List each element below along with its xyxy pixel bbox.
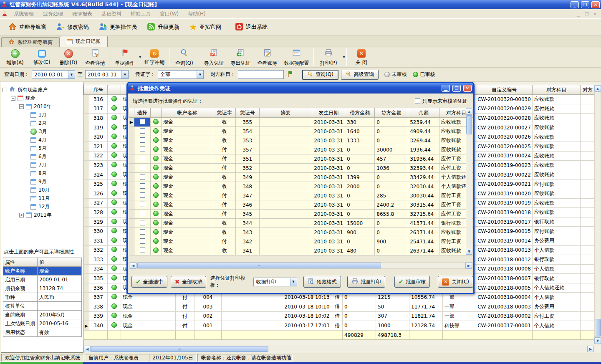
property-row[interactable]: 上次结账日期2010-05-16 [3,319,82,328]
column-header[interactable]: 贷方金额 [375,108,408,118]
table-row[interactable]: 339现金付0022010-03-18 10:02借030711821.74一部… [84,311,595,321]
dialog-maximize-button[interactable]: ❐ [452,85,461,92]
switch-operator-button[interactable]: 更换操作员 [94,20,142,34]
close-tab-button[interactable]: ✕关 闭 [348,48,375,67]
column-header[interactable]: 余额 [408,108,439,118]
property-row[interactable]: 币种人民币 [3,293,82,302]
tree-item-month[interactable]: 12月 [1,202,83,211]
date-to-combo[interactable]: 2010-03-31▼ [85,70,129,79]
row-checkbox[interactable] [140,220,145,225]
scroll-down-icon[interactable]: ▼ [594,337,601,344]
export-voucher-button[interactable]: 导出凭证 [227,48,254,67]
batch-audit-button[interactable]: ✔批量审核 [394,276,430,288]
data-config-button[interactable]: 数据项配置 [280,48,312,67]
scroll-right-icon[interactable]: ▶ [465,262,472,269]
menu-item-books[interactable]: 账簿报表 [68,9,97,18]
deselect-all-button[interactable]: ✖全部取消 [171,276,207,288]
column-header[interactable]: 自定义编号 [476,85,533,95]
dialog-row[interactable]: 现金收3412010-03-31480026371.44应收账款 [129,246,473,255]
row-checkbox[interactable] [140,137,145,143]
tree-item-month[interactable]: 2月 [1,119,83,127]
menu-item-help[interactable]: 帮助(H) [183,9,210,18]
filter-query-button[interactable]: 查询(Q) [302,70,338,80]
print-button[interactable]: 打印(P) [315,48,342,67]
tree-item-month[interactable]: ✔3月 [1,127,83,136]
delete-button[interactable]: ✕删除(D) [55,48,82,67]
column-header[interactable] [84,85,89,95]
exit-button[interactable]: 退出系统 [230,20,273,34]
print-caret[interactable]: ▼ [343,56,345,59]
query-button[interactable]: 查询(Q) [171,48,197,67]
scroll-thumb[interactable] [595,319,601,336]
dialog-close-button[interactable]: ✕ [463,85,472,92]
dialog-row[interactable]: 现金付3472010-03-31028530030.44应付工资 [129,191,473,200]
import-voucher-button[interactable]: P导入凭证 [200,48,227,67]
tab-cash-journal[interactable]: 现金日记账 [60,36,108,47]
batch-print-button[interactable]: 批量打印 [347,276,385,288]
column-header[interactable]: 凭证字 [213,108,235,118]
view-ledger-button[interactable]: 查看账簿 [254,48,280,67]
menu-item-basedata[interactable]: 基础资料 [97,9,126,18]
column-header[interactable]: 摘要 [259,108,312,118]
scroll-thumb[interactable]: ≡ [137,263,381,268]
dialog-vertical-scrollbar[interactable]: ▲ ▼ [466,108,472,255]
nav-window-button[interactable]: 功能导航窗 [3,20,51,34]
row-checkbox[interactable] [140,229,145,235]
expand-icon[interactable]: + [19,213,24,217]
row-checkbox[interactable] [140,183,145,189]
column-header[interactable]: 帐户名称 [161,108,213,118]
dialog-row[interactable]: 现金付3452010-03-3108655.832715.64应付工资 [129,210,473,219]
scroll-left-icon[interactable]: ◀ [130,262,136,269]
date-from-combo[interactable]: 2010-03-01▼ [32,70,75,79]
tree-item-2010[interactable]: − 2010年 [1,102,83,111]
close-button[interactable]: ✕ [591,1,600,8]
collapse-icon[interactable]: − [3,88,7,92]
row-checkbox[interactable] [140,248,145,253]
dialog-row[interactable]: ▶现金收3552010-03-3133005239.44应收账款 [129,118,473,127]
tree-item-month[interactable]: 7月 [1,161,83,169]
dialog-row[interactable]: 现金付3572010-03-310300001936.44应收账款 [129,145,473,154]
subject-input[interactable] [238,70,284,79]
dialog-row[interactable]: 现金收3482010-03-312000032030.44个人借款还款 [129,182,473,191]
property-row[interactable]: 账户名称现金 [3,267,82,276]
property-row[interactable]: 期初余额13128.74 [3,284,82,293]
dialog-row[interactable]: 现金付3512010-03-31045731936.44应付工资 [129,154,473,164]
vertical-scrollbar[interactable]: ▲ ▼ [594,85,601,344]
tree-item-month[interactable]: 9月 [1,177,83,186]
column-header[interactable] [151,108,162,118]
view-detail-button[interactable]: 查看详情 [82,48,109,67]
edit-button[interactable]: 修改(E) [28,48,55,67]
tree-item-month[interactable]: 1月 [1,111,83,119]
scroll-right-icon[interactable]: ▶ [587,346,594,352]
tree-item-root[interactable]: − 所有现金账户 [1,86,83,94]
add-button[interactable]: +增加(A) [2,48,28,67]
menu-item-tools[interactable]: 辅助工具 [126,9,155,18]
tree-item-month[interactable]: 6月 [1,152,83,161]
mdi-window-buttons[interactable]: ▁❐✕ [575,12,598,16]
change-password-button[interactable]: 修改密码 [51,20,94,34]
scroll-down-icon[interactable]: ▼ [466,248,472,255]
scroll-up-icon[interactable]: ▲ [466,108,472,115]
row-checkbox[interactable] [140,202,145,207]
property-row[interactable]: 当前账期2010年5月 [3,311,82,319]
voucher-ops-button[interactable]: 单据操作 [111,48,138,67]
collapse-icon[interactable]: − [19,104,24,109]
tab-nav-window[interactable]: 系统功能导航窗 [1,37,60,47]
checkbox-icon[interactable] [415,99,420,104]
dialog-row[interactable]: 现金收3492010-03-311399033429.44个人借款还款 [129,173,473,182]
scroll-thumb[interactable]: ≡ [91,346,268,352]
tree-item-month[interactable]: 8月 [1,169,83,177]
dialog-row[interactable]: 现金付3422010-03-31090025471.44应付工资 [129,237,473,246]
menu-item-business[interactable]: 业务处理 [38,9,68,18]
red-reverse-button[interactable]: ↻红字冲销 [141,48,168,67]
menu-item-window[interactable]: 窗口(W) [155,9,183,18]
column-header[interactable]: 发生日期 [312,108,345,118]
property-row[interactable]: 核算单位 [3,302,82,311]
row-checkbox[interactable] [140,174,145,179]
row-checkbox[interactable] [140,238,145,244]
horizontal-scrollbar[interactable]: ◀ ≡ ▶ [83,346,594,352]
dialog-row[interactable]: 现金收3542010-03-31164004909.44应收账款 [129,127,473,136]
scroll-up-icon[interactable]: ▲ [594,85,601,92]
row-checkbox[interactable] [140,119,145,124]
tree-item-month[interactable]: 5月 [1,144,83,152]
